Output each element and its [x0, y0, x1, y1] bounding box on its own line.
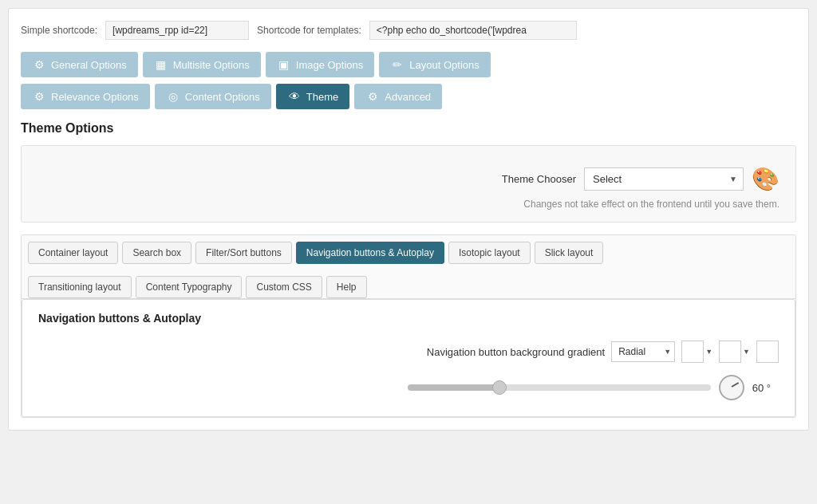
theme-select-wrapper: Select Default Dark Light Custom ▼: [584, 167, 744, 191]
subtab-filtersort[interactable]: Filter/Sort buttons: [195, 242, 292, 264]
subtab-isotopic[interactable]: Isotopic layout: [448, 242, 531, 264]
subtab-help-label: Help: [337, 282, 357, 293]
tab-content[interactable]: ◎ Content Options: [155, 84, 271, 109]
subtab-container-label: Container layout: [38, 247, 108, 258]
subtab-navbuttons[interactable]: Navigation buttons & Autoplay: [296, 242, 444, 264]
tab-general[interactable]: ⚙ General Options: [21, 52, 138, 77]
subtab-searchbox-label: Search box: [132, 247, 181, 258]
subtab-customcss[interactable]: Custom CSS: [246, 276, 322, 298]
tab-layout-label: Layout Options: [409, 59, 479, 71]
color-box-1-wrapper: ▼: [681, 341, 712, 363]
subtab-typography-label: Content Typography: [146, 282, 232, 293]
tab-theme-label: Theme: [306, 91, 338, 103]
gradient-select[interactable]: Radial Linear None: [611, 341, 675, 362]
tab-theme[interactable]: 👁 Theme: [276, 84, 349, 109]
section-title: Theme Options: [21, 121, 796, 136]
sub-tab-panel: Container layout Search box Filter/Sort …: [21, 234, 796, 418]
theme-chooser-panel: Theme Chooser Select Default Dark Light …: [21, 145, 796, 222]
shortcode-row: Simple shortcode: Shortcode for template…: [21, 21, 796, 40]
theme-chooser-label: Theme Chooser: [502, 173, 576, 185]
subtab-transitioning[interactable]: Transitioning layout: [28, 276, 132, 298]
subtab-help[interactable]: Help: [326, 276, 367, 298]
grid-icon: ▦: [154, 57, 168, 72]
tab-advanced-label: Advanced: [385, 91, 431, 103]
subtab-typography[interactable]: Content Typography: [136, 276, 243, 298]
degree-value: 60 °: [752, 382, 771, 394]
tab-image[interactable]: ▣ Image Options: [266, 52, 375, 77]
subtab-transitioning-label: Transitioning layout: [38, 282, 121, 293]
simple-shortcode-input[interactable]: [105, 21, 249, 40]
degree-slider-thumb[interactable]: [492, 380, 507, 395]
gradient-label: Navigation button background gradient: [427, 346, 605, 358]
gear-icon: ⚙: [32, 57, 46, 72]
template-shortcode-input[interactable]: [369, 21, 577, 40]
color2-chevron-icon: ▼: [743, 348, 750, 356]
subtab-searchbox[interactable]: Search box: [122, 242, 191, 264]
tab-content-label: Content Options: [185, 91, 260, 103]
template-shortcode-label: Shortcode for templates:: [257, 25, 361, 36]
subtab-customcss-label: Custom CSS: [256, 282, 311, 293]
tab-relevance-label: Relevance Options: [51, 91, 139, 103]
gradient-row: Navigation button background gradient Ra…: [38, 341, 779, 363]
tab-layout[interactable]: ✏ Layout Options: [379, 52, 490, 77]
subtab-isotopic-label: Isotopic layout: [459, 247, 520, 258]
degree-dial[interactable]: [719, 375, 744, 400]
nav-buttons-panel-title: Navigation buttons & Autoplay: [38, 312, 779, 325]
color-box-2[interactable]: [719, 341, 741, 363]
subtab-row: Container layout Search box Filter/Sort …: [22, 235, 795, 299]
subtab-slick[interactable]: Slick layout: [535, 242, 604, 264]
advanced-icon: ⚙: [365, 89, 380, 104]
color-box-2-wrapper: ▼: [719, 341, 750, 363]
degree-unit: °: [767, 382, 771, 394]
color-box-3[interactable]: [756, 341, 779, 363]
content-icon: ◎: [166, 89, 180, 104]
subtab-navbuttons-label: Navigation buttons & Autoplay: [306, 247, 434, 258]
degree-slider-track[interactable]: [408, 384, 711, 391]
simple-shortcode-label: Simple shortcode:: [21, 25, 97, 36]
nav-buttons-panel: Navigation buttons & Autoplay Navigation…: [22, 299, 795, 417]
subtab-slick-label: Slick layout: [545, 247, 594, 258]
main-tab-row-2: ⚙ Relevance Options ◎ Content Options 👁 …: [21, 84, 796, 109]
tab-relevance[interactable]: ⚙ Relevance Options: [21, 84, 150, 109]
color1-chevron-icon: ▼: [705, 348, 712, 356]
gradient-select-wrapper: Radial Linear None ▼: [611, 341, 675, 362]
pencil-icon: ✏: [390, 57, 405, 72]
relevance-icon: ⚙: [32, 89, 46, 104]
page-wrapper: Simple shortcode: Shortcode for template…: [8, 8, 809, 431]
main-tab-row-1: ⚙ General Options ▦ Multisite Options ▣ …: [21, 52, 796, 77]
theme-chooser-hint: Changes not take effect on the frontend …: [37, 199, 780, 210]
color-box-1[interactable]: [681, 341, 704, 363]
slider-row: 60 °: [38, 375, 779, 400]
dial-indicator: [731, 382, 739, 388]
eye-icon: 👁: [287, 89, 302, 104]
palette-icon: 🎨: [752, 166, 780, 192]
tab-multisite[interactable]: ▦ Multisite Options: [143, 52, 261, 77]
theme-chooser-select[interactable]: Select Default Dark Light Custom: [584, 167, 744, 191]
subtab-container[interactable]: Container layout: [28, 242, 118, 264]
tab-multisite-label: Multisite Options: [173, 59, 250, 71]
tab-advanced[interactable]: ⚙ Advanced: [354, 84, 442, 109]
theme-chooser-row: Theme Chooser Select Default Dark Light …: [37, 166, 780, 192]
degree-number: 60: [752, 382, 764, 394]
subtab-filtersort-label: Filter/Sort buttons: [206, 247, 282, 258]
image-icon: ▣: [277, 57, 291, 72]
tab-image-label: Image Options: [296, 59, 364, 71]
tab-general-label: General Options: [51, 59, 127, 71]
